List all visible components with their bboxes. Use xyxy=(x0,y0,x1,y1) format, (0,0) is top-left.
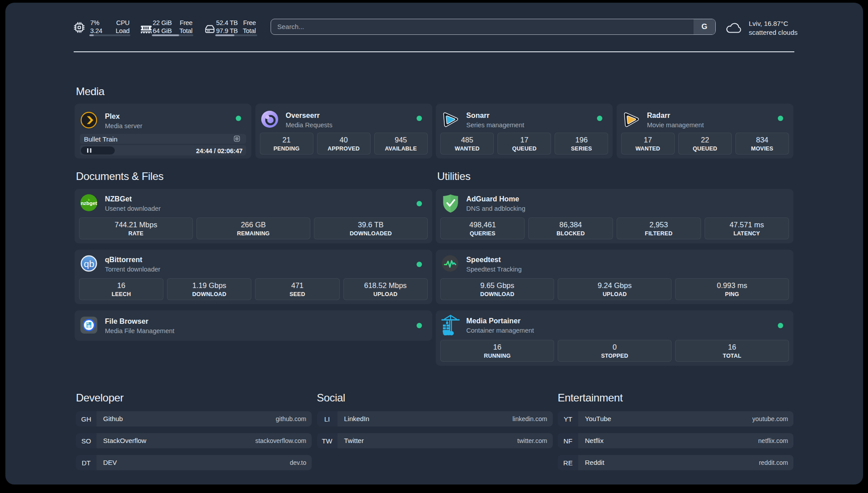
svg-text:qb: qb xyxy=(84,259,94,269)
svg-text:nzbget: nzbget xyxy=(81,201,97,206)
